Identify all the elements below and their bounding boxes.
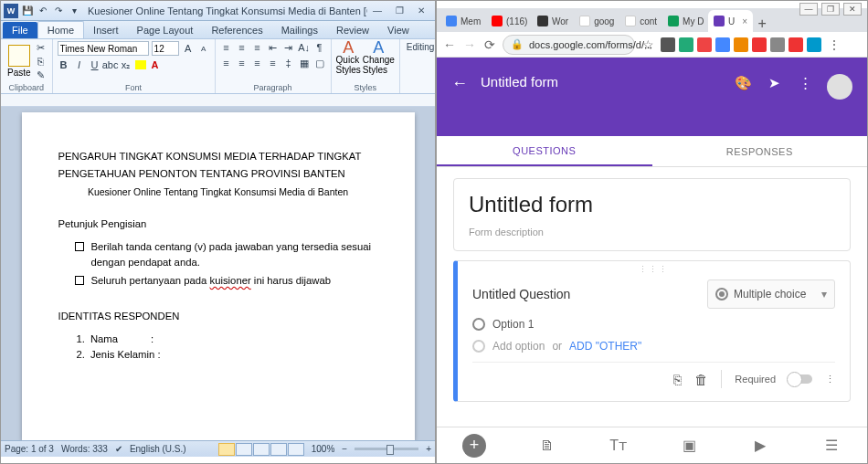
ruler[interactable] <box>1 94 435 107</box>
tab-file[interactable]: File <box>3 22 37 38</box>
extension-icon[interactable] <box>679 37 693 52</box>
font-color-icon[interactable]: A <box>149 58 162 71</box>
numbering-icon[interactable]: ≡ <box>236 41 249 54</box>
font-size-select[interactable] <box>152 41 179 56</box>
show-marks-icon[interactable]: ¶ <box>313 41 326 54</box>
align-center-icon[interactable]: ≡ <box>236 57 249 69</box>
zoom-out-icon[interactable]: − <box>342 444 347 454</box>
document-page[interactable]: PENGARUH TINGKAT KONSUMSI MEDIA TERHADAP… <box>22 112 415 440</box>
option-label[interactable]: Option 1 <box>492 318 534 331</box>
maximize-icon[interactable]: ❐ <box>389 4 409 18</box>
highlight-icon[interactable] <box>135 60 146 69</box>
required-toggle[interactable] <box>789 374 812 384</box>
copy-icon[interactable]: ⎘ <box>35 55 48 68</box>
align-right-icon[interactable]: ≡ <box>251 57 264 69</box>
undo-icon[interactable]: ↶ <box>37 5 49 17</box>
tab-references[interactable]: References <box>202 22 271 38</box>
option-row[interactable]: Option 1 <box>472 318 835 331</box>
back-arrow-icon[interactable]: ← <box>451 74 468 93</box>
tab-view[interactable]: View <box>378 22 418 38</box>
underline-icon[interactable]: U <box>89 58 101 71</box>
strike-icon[interactable]: abc <box>104 58 117 71</box>
extension-icon[interactable] <box>715 37 730 52</box>
shrink-font-icon[interactable]: A <box>197 42 210 55</box>
menu-icon[interactable]: ⋮ <box>827 37 842 52</box>
tab-close-icon[interactable]: × <box>742 16 747 26</box>
zoom-level[interactable]: 100% <box>312 444 335 454</box>
extension-icon[interactable] <box>734 37 748 52</box>
tab-questions[interactable]: QUESTIONS <box>437 136 652 166</box>
change-styles-icon[interactable]: A <box>372 41 385 54</box>
spell-check-icon[interactable]: ✔ <box>115 444 122 454</box>
close-icon[interactable]: ✕ <box>411 4 431 18</box>
save-icon[interactable]: 💾 <box>21 5 34 17</box>
extension-icon[interactable] <box>807 37 821 52</box>
add-question-button[interactable]: + <box>462 434 486 458</box>
word-count[interactable]: Words: 333 <box>61 444 108 454</box>
quick-styles-icon[interactable]: A <box>342 41 355 54</box>
delete-icon[interactable]: 🗑 <box>694 372 708 387</box>
indent-left-icon[interactable]: ⇤ <box>267 41 280 54</box>
redo-icon[interactable]: ↷ <box>52 5 65 17</box>
browser-tab[interactable]: Wor <box>532 10 574 32</box>
print-layout-view[interactable] <box>218 443 235 456</box>
qat-dropdown-icon[interactable]: ▾ <box>68 5 80 17</box>
close-icon[interactable]: ✕ <box>843 3 862 16</box>
tab-home[interactable]: Home <box>37 21 84 38</box>
browser-tab-active[interactable]: U× <box>708 10 753 32</box>
form-description-input[interactable]: Form description <box>469 227 835 237</box>
browser-tab[interactable]: goog <box>574 10 619 32</box>
paste-button[interactable]: Paste <box>5 43 33 79</box>
zoom-in-icon[interactable]: + <box>426 444 431 454</box>
duplicate-icon[interactable]: ⎘ <box>673 372 682 387</box>
drag-handle-icon[interactable]: ⋮⋮⋮ <box>472 265 835 274</box>
document-area[interactable]: PENGARUH TINGKAT KONSUMSI MEDIA TERHADAP… <box>1 107 435 440</box>
more-icon[interactable]: ⋮ <box>825 374 835 385</box>
form-title-input[interactable]: Untitled form <box>469 192 835 217</box>
avatar[interactable] <box>827 74 852 100</box>
extension-icon[interactable] <box>752 37 767 52</box>
add-section-icon[interactable]: ☰ <box>821 436 842 456</box>
bold-icon[interactable]: B <box>58 58 70 71</box>
outline-view[interactable] <box>270 443 287 456</box>
line-spacing-icon[interactable]: ‡ <box>282 57 295 69</box>
forms-title[interactable]: Untitled form <box>481 74 721 90</box>
font-name-select[interactable] <box>58 41 149 56</box>
add-option-row[interactable]: Add option or ADD "OTHER" <box>472 340 835 353</box>
send-icon[interactable]: ➤ <box>765 74 783 92</box>
cut-icon[interactable]: ✂ <box>35 41 48 54</box>
grow-font-icon[interactable]: A <box>182 42 195 55</box>
format-painter-icon[interactable]: ✎ <box>35 69 48 81</box>
add-text-icon[interactable]: Tᴛ <box>609 436 629 456</box>
subscript-icon[interactable]: x₂ <box>120 58 132 71</box>
minimize-icon[interactable]: ― <box>799 3 818 16</box>
star-icon[interactable]: ☆ <box>640 37 655 52</box>
address-bar[interactable]: 🔒 docs.google.com/forms/d/... <box>503 35 635 55</box>
sort-icon[interactable]: A↓ <box>298 41 311 54</box>
multilevel-icon[interactable]: ≡ <box>251 41 264 54</box>
minimize-icon[interactable]: ― <box>367 4 387 18</box>
browser-tab[interactable]: cont <box>619 10 662 32</box>
tab-responses[interactable]: RESPONSES <box>652 136 868 166</box>
zoom-slider[interactable] <box>355 448 418 450</box>
forward-icon[interactable]: → <box>462 37 477 52</box>
back-icon[interactable]: ← <box>442 37 457 52</box>
extension-icon[interactable] <box>770 37 785 52</box>
tab-review[interactable]: Review <box>327 22 378 38</box>
question-type-select[interactable]: Multiple choice ▾ <box>707 279 835 309</box>
browser-tab[interactable]: (116) <box>486 10 532 32</box>
web-layout-view[interactable] <box>253 443 270 456</box>
browser-tab[interactable]: Mem <box>440 10 486 32</box>
tab-insert[interactable]: Insert <box>84 22 128 38</box>
add-video-icon[interactable]: ▶ <box>750 436 770 456</box>
extension-icon[interactable] <box>661 37 675 52</box>
tab-mailings[interactable]: Mailings <box>272 22 327 38</box>
add-other-link[interactable]: ADD "OTHER" <box>569 340 641 353</box>
browser-tab[interactable]: My D <box>662 10 708 32</box>
justify-icon[interactable]: ≡ <box>267 57 280 69</box>
align-left-icon[interactable]: ≡ <box>220 57 233 69</box>
add-title-icon[interactable]: 🗎 <box>537 436 557 456</box>
borders-icon[interactable]: ▢ <box>313 57 326 69</box>
language-indicator[interactable]: English (U.S.) <box>130 444 186 454</box>
question-title-input[interactable]: Untitled Question <box>472 287 698 301</box>
